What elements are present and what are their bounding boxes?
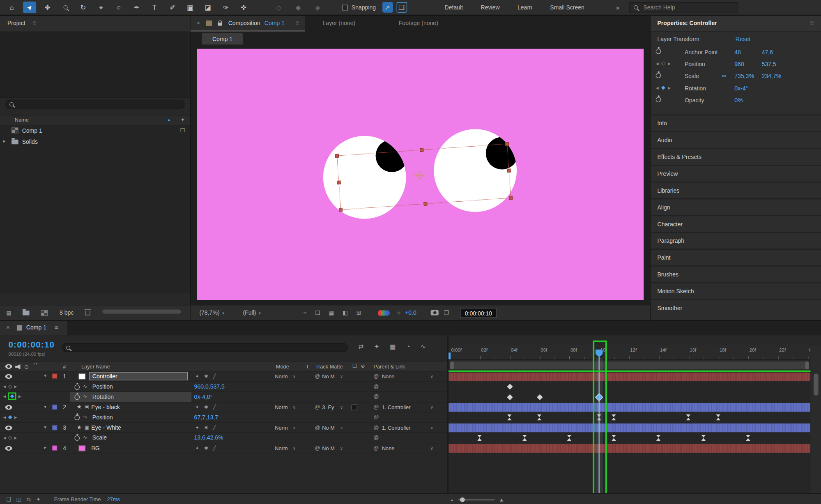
- sort-arrow-icon[interactable]: ▲: [167, 117, 171, 122]
- label-color-chip[interactable]: [52, 425, 57, 430]
- rotate-tool[interactable]: ↻: [76, 2, 90, 13]
- next-keyframe-icon[interactable]: ▶: [14, 415, 17, 419]
- snap-to-features-tool[interactable]: ❏: [396, 2, 407, 13]
- panel-menu-icon[interactable]: ≡: [810, 19, 814, 27]
- panel-section-paragraph[interactable]: Paragraph: [651, 232, 821, 249]
- layer-switch-icon[interactable]: ✱: [204, 425, 208, 430]
- layer-switch-icon[interactable]: ✦: [195, 373, 199, 379]
- layer-duration-bar[interactable]: [448, 403, 810, 412]
- fast-previews-icon[interactable]: ⌁: [303, 310, 306, 317]
- timeline-zoom-slider[interactable]: ▲ ▲: [450, 497, 504, 503]
- panel-section-paint[interactable]: Paint: [651, 249, 821, 265]
- project-bit-depth[interactable]: 8 bpc: [60, 310, 74, 316]
- panel-section-preview[interactable]: Preview: [651, 165, 821, 182]
- selection-handle[interactable]: [337, 181, 341, 185]
- video-visibility-icon[interactable]: [5, 405, 12, 409]
- grid-guides-icon[interactable]: ⊞: [356, 310, 361, 317]
- expander-icon[interactable]: ▸: [44, 445, 46, 450]
- blend-mode-select[interactable]: Norm: [275, 373, 287, 379]
- project-item-comp-1[interactable]: Comp 1❐: [0, 125, 190, 136]
- column-mode[interactable]: Mode: [276, 364, 289, 369]
- blend-mode-select[interactable]: Norm: [275, 445, 287, 451]
- prev-keyframe-icon[interactable]: ◀: [656, 86, 659, 90]
- property-value[interactable]: 13,6,42,6%: [194, 435, 223, 441]
- property-value[interactable]: 960: [734, 61, 744, 67]
- property-row-scale[interactable]: ◀◇▶∿Scale13,6,42,6%@: [0, 433, 447, 443]
- composition-viewport[interactable]: [197, 49, 644, 300]
- workspace-default[interactable]: Default: [445, 4, 463, 10]
- anchor-point-icon[interactable]: [416, 172, 423, 179]
- label-color-chip[interactable]: [52, 404, 57, 410]
- timeline-tab-comp1[interactable]: × Comp 1 ≡: [0, 321, 67, 335]
- panel-menu-icon[interactable]: ≡: [55, 324, 58, 331]
- layer-row-eye-black[interactable]: ▾2★▣Eye - black✦✱╱Norm∨@3. Ey∨@1. Contro…: [0, 402, 447, 412]
- label-color-chip[interactable]: [52, 373, 57, 379]
- track-area[interactable]: [448, 371, 810, 493]
- roto-brush-tool[interactable]: ✑: [219, 2, 232, 13]
- graph-editor-icon[interactable]: ∿: [421, 343, 426, 350]
- layer-name[interactable]: BG: [91, 445, 99, 451]
- panel-menu-icon[interactable]: ≡: [32, 19, 36, 27]
- brush-tool[interactable]: ✐: [166, 2, 179, 13]
- pickwhip-icon[interactable]: @: [373, 394, 379, 399]
- prev-keyframe-icon[interactable]: ◀: [3, 436, 6, 440]
- keyframe-at-time-icon[interactable]: ◇: [8, 384, 12, 389]
- next-keyframe-icon[interactable]: ▶: [18, 394, 21, 398]
- panel-section-motion-sketch[interactable]: Motion Sketch: [651, 282, 821, 299]
- work-area-start-marker[interactable]: [448, 352, 451, 359]
- selection-handle[interactable]: [423, 202, 428, 206]
- transfer-controls-icon[interactable]: ◫: [16, 496, 21, 502]
- track-matte-select[interactable]: No M: [322, 425, 335, 430]
- layer-duration-bar[interactable]: [448, 444, 810, 453]
- layer-switch-icon[interactable]: ✦: [195, 404, 199, 410]
- horizontal-scrollbar[interactable]: [102, 310, 181, 314]
- matte-enabled-icon[interactable]: [352, 404, 357, 410]
- tab-footage[interactable]: Footage (none): [399, 20, 438, 26]
- keyframe-ease-icon[interactable]: [656, 435, 661, 441]
- property-value[interactable]: 234,7%: [762, 73, 782, 79]
- close-icon[interactable]: ×: [197, 20, 200, 26]
- property-row-rotation[interactable]: ◀◆▶∿Rotation0x-4,0°@: [0, 392, 447, 402]
- parent-select[interactable]: 1. Controller: [382, 404, 411, 410]
- stopwatch-icon[interactable]: [656, 49, 661, 54]
- expander-icon[interactable]: ▸: [3, 138, 6, 144]
- column-parent[interactable]: Parent & Link: [373, 364, 405, 369]
- keyframe-ease-icon[interactable]: [507, 414, 512, 420]
- interpret-footage-icon[interactable]: ▤: [6, 310, 11, 315]
- snapshot-icon[interactable]: [431, 310, 439, 315]
- selection-handle[interactable]: [507, 169, 511, 173]
- panel-section-brushes[interactable]: Brushes: [651, 265, 821, 282]
- track-matte-select[interactable]: 3. Ey: [322, 404, 334, 410]
- property-row-position[interactable]: ◀◆▶∿Position67,7,13,7@: [0, 412, 447, 423]
- help-search[interactable]: [629, 2, 738, 13]
- zoom-out-icon[interactable]: ▲: [450, 498, 454, 502]
- work-area-bar[interactable]: [450, 361, 809, 369]
- type-tool[interactable]: T: [148, 2, 161, 13]
- selection-handle[interactable]: [509, 196, 513, 200]
- panel-section-info[interactable]: Info: [651, 114, 821, 131]
- layer-row-bg[interactable]: ▸4BG✦✱╱Norm∨@No M∨@None∨: [0, 443, 447, 453]
- workspace-overflow-button[interactable]: »: [616, 3, 620, 11]
- keyframe-toggle-icon[interactable]: ◆: [661, 85, 665, 90]
- keyframe-icon[interactable]: [537, 394, 543, 400]
- project-search[interactable]: [5, 100, 185, 109]
- parent-pickwhip-icon[interactable]: @: [373, 373, 379, 379]
- tab-composition[interactable]: × Composition Comp 1 ≡: [191, 16, 305, 31]
- matte-pickwhip-icon[interactable]: @: [315, 424, 320, 430]
- local-axis-tool[interactable]: ◇: [272, 2, 285, 13]
- layer-name[interactable]: Eye - black: [91, 404, 120, 410]
- layer-row-controller[interactable]: ▾1Controller✦✱╱Norm∨@No M∨@None∨: [0, 371, 447, 382]
- timeline-search-input[interactable]: [74, 344, 325, 351]
- video-visibility-icon[interactable]: [5, 446, 12, 450]
- new-composition-icon[interactable]: [41, 310, 48, 315]
- zoom-tool[interactable]: [59, 2, 72, 13]
- magnification-select[interactable]: (78,7%)▾: [199, 310, 224, 316]
- comp-viewer-tab[interactable]: Comp 1: [202, 33, 243, 44]
- layer-row-eye-white[interactable]: ▾3★▣Eye - White✦✱╱Norm∨@No M∨@1. Control…: [0, 423, 447, 433]
- hand-tool[interactable]: ✥: [41, 2, 54, 13]
- show-channel-icon[interactable]: [378, 310, 391, 316]
- prev-keyframe-icon[interactable]: ◀: [3, 384, 6, 388]
- help-search-input[interactable]: [642, 4, 726, 11]
- shape-tool[interactable]: ○: [112, 2, 125, 13]
- region-of-interest-icon[interactable]: ❏: [315, 310, 320, 317]
